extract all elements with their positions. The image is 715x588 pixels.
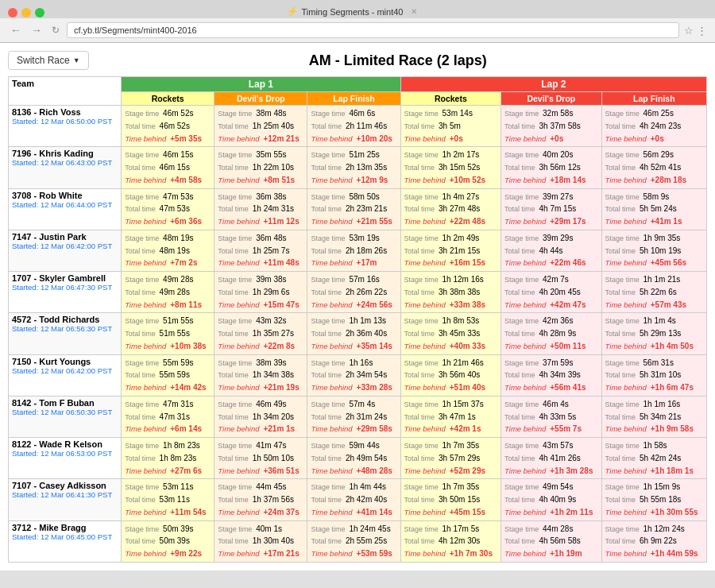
time-behind-label: Time behind bbox=[218, 383, 259, 392]
stage-value: 1h 16s bbox=[349, 358, 373, 367]
behind-value: +14m 42s bbox=[170, 383, 206, 392]
total-label: Total time bbox=[125, 537, 156, 545]
url-input[interactable]: cf.yb.tl/Segments/mint400-2016 bbox=[67, 22, 679, 38]
close-button[interactable] bbox=[8, 8, 17, 17]
star-icon[interactable]: ☆ bbox=[684, 25, 694, 37]
stage-value: 1h 1m 13s bbox=[349, 316, 386, 325]
behind-value: +0s bbox=[450, 134, 463, 143]
stage-label: Stage time bbox=[311, 525, 345, 533]
stage-value: 1h 2m 17s bbox=[443, 150, 480, 159]
time-cell: Stage time 58m 50s Total time 2h 23m 21s… bbox=[307, 188, 400, 230]
time-behind-label: Time behind bbox=[125, 342, 166, 350]
behind-value: +1h 30m 55s bbox=[651, 508, 698, 516]
total-value: 2h 13m 35s bbox=[346, 163, 387, 172]
forward-button[interactable]: → bbox=[29, 24, 44, 37]
total-label: Total time bbox=[125, 330, 156, 338]
total-label: Total time bbox=[504, 288, 535, 296]
total-value: 1h 22m 10s bbox=[253, 163, 294, 172]
tab-title: Timing Segments - mint40 bbox=[302, 7, 404, 17]
stage-label: Stage time bbox=[404, 400, 439, 408]
team-cell: 8142 - Tom F Buban Started: 12 Mar 06:50… bbox=[9, 396, 122, 437]
time-cell: Stage time 1h 58s Total time 5h 42m 24s … bbox=[601, 438, 706, 479]
menu-icon[interactable]: ⋮ bbox=[697, 25, 707, 37]
stage-value: 1h 7m 35s bbox=[443, 482, 480, 491]
total-label: Total time bbox=[311, 288, 342, 296]
behind-value: +15m 47s bbox=[263, 300, 299, 309]
time-behind-label: Time behind bbox=[311, 176, 352, 184]
total-label: Total time bbox=[404, 371, 435, 379]
time-cell: Stage time 1h 12m 24s Total time 6h 9m 2… bbox=[601, 520, 706, 562]
time-cell: Stage time 40m 20s Total time 3h 56m 12s… bbox=[501, 147, 602, 188]
time-behind-label: Time behind bbox=[218, 134, 259, 143]
team-number: 7150 - Kurt Youngs bbox=[12, 357, 118, 366]
total-value: 2h 49m 54s bbox=[346, 454, 387, 462]
time-behind-label: Time behind bbox=[404, 134, 446, 143]
stage-label: Stage time bbox=[218, 442, 252, 450]
switch-race-button[interactable]: Switch Race ▼ bbox=[8, 51, 89, 70]
total-label: Total time bbox=[125, 496, 156, 504]
total-label: Total time bbox=[605, 371, 636, 379]
stage-label: Stage time bbox=[125, 359, 159, 367]
behind-value: +1h 44m 59s bbox=[651, 549, 698, 558]
time-cell: Stage time 51m 55s Total time 51m 55s Ti… bbox=[122, 313, 214, 354]
stage-label: Stage time bbox=[504, 317, 539, 325]
total-label: Total time bbox=[311, 537, 342, 545]
total-label: Total time bbox=[504, 371, 535, 379]
rockets1-col-header: Rockets bbox=[122, 92, 214, 106]
total-label: Total time bbox=[404, 496, 435, 504]
stage-label: Stage time bbox=[125, 234, 159, 242]
time-cell: Stage time 1h 1m 16s Total time 5h 34m 2… bbox=[601, 396, 706, 437]
minimize-button[interactable] bbox=[21, 8, 31, 17]
stage-label: Stage time bbox=[504, 276, 539, 284]
table-row: 8142 - Tom F Buban Started: 12 Mar 06:50… bbox=[9, 396, 707, 437]
behind-value: +36m 51s bbox=[263, 466, 299, 475]
stage-value: 39m 27s bbox=[543, 192, 573, 201]
tab-close-icon[interactable]: ✕ bbox=[411, 7, 417, 16]
behind-value: +7m 2s bbox=[170, 258, 197, 267]
time-behind-label: Time behind bbox=[125, 134, 166, 143]
total-label: Total time bbox=[125, 247, 156, 255]
behind-value: +22m 46s bbox=[550, 258, 586, 267]
stage-label: Stage time bbox=[504, 442, 539, 450]
time-cell: Stage time 38m 39s Total time 1h 34m 38s… bbox=[214, 354, 307, 396]
time-behind-label: Time behind bbox=[125, 176, 166, 184]
refresh-button[interactable]: ↻ bbox=[49, 25, 62, 36]
total-label: Total time bbox=[218, 537, 249, 545]
time-behind-label: Time behind bbox=[311, 383, 352, 392]
stage-value: 35m 55s bbox=[256, 150, 286, 159]
total-value: 2h 55m 25s bbox=[346, 536, 387, 545]
total-label: Total time bbox=[504, 330, 535, 338]
behind-value: +21m 55s bbox=[357, 217, 392, 226]
time-cell: Stage time 58m 9s Total time 5h 5m 24s T… bbox=[601, 188, 706, 230]
total-label: Total time bbox=[404, 413, 435, 421]
maximize-button[interactable] bbox=[35, 8, 44, 17]
total-value: 3h 56m 12s bbox=[539, 163, 581, 172]
page-title: AM - Limited Race (2 laps) bbox=[309, 52, 487, 68]
team-cell: 4572 - Todd Richards Started: 12 Mar 06:… bbox=[9, 313, 122, 354]
time-behind-label: Time behind bbox=[504, 424, 546, 433]
team-started: Started: 12 Mar 06:41:30 PST bbox=[12, 490, 118, 499]
team-started: Started: 12 Mar 06:43:00 PST bbox=[12, 158, 118, 167]
team-started: Started: 12 Mar 06:44:00 PST bbox=[12, 200, 118, 209]
total-value: 1h 29m 6s bbox=[253, 288, 290, 296]
devils1-label: Devil's Drop bbox=[237, 94, 285, 103]
stage-value: 40m 1s bbox=[256, 524, 282, 533]
total-value: 2h 11m 46s bbox=[346, 122, 387, 130]
time-behind-label: Time behind bbox=[125, 508, 166, 516]
table-row: 7147 - Justin Park Started: 12 Mar 06:42… bbox=[9, 230, 707, 271]
stage-value: 46m 25s bbox=[644, 109, 674, 118]
total-label: Total time bbox=[605, 288, 636, 296]
total-label: Total time bbox=[605, 122, 636, 130]
time-behind-label: Time behind bbox=[605, 300, 647, 309]
devils2-col-header: Devil's Drop bbox=[501, 92, 602, 106]
behind-value: +16m 15s bbox=[450, 258, 485, 267]
back-button[interactable]: ← bbox=[8, 24, 24, 37]
total-label: Total time bbox=[218, 122, 249, 130]
behind-value: +51m 40s bbox=[450, 383, 485, 392]
time-behind-label: Time behind bbox=[504, 134, 546, 143]
total-label: Total time bbox=[125, 288, 156, 296]
total-value: 3h 27m 48s bbox=[439, 204, 480, 213]
total-label: Total time bbox=[504, 496, 535, 504]
behind-value: +6m 36s bbox=[170, 217, 202, 226]
stage-value: 39m 38s bbox=[256, 275, 286, 284]
